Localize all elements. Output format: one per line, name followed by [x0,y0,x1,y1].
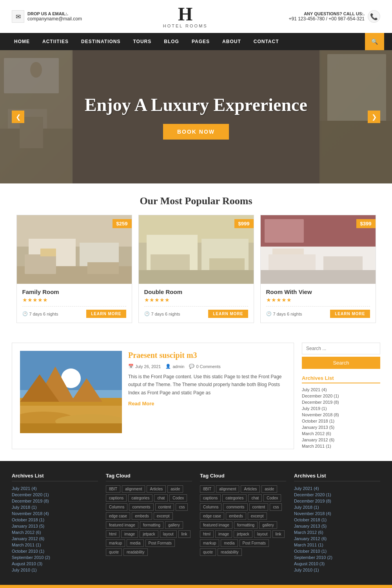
tag-item[interactable]: link [272,530,285,538]
book-now-button[interactable]: BOOK NOW [163,124,229,140]
room-learn-button-2[interactable]: LEARN MORE [208,310,248,318]
tag-item[interactable]: formatting [234,521,258,529]
tag-item[interactable]: image [215,530,232,538]
nav-blog[interactable]: BLOG [158,33,185,50]
tag-item[interactable]: 8BIT [200,485,214,493]
footer-archive-item[interactable]: July 2010 (1) [294,567,380,573]
tag-item[interactable]: quote [106,548,122,556]
nav-tours[interactable]: TOURS [127,33,158,50]
footer-archive-item[interactable]: December 2020 (1) [294,492,380,498]
tag-item[interactable]: gallery [165,521,183,529]
tag-item[interactable]: content [249,503,269,511]
tag-item[interactable]: css [270,503,282,511]
sidebar-archive-item[interactable]: December 2020 (1) [302,393,380,399]
tag-item[interactable]: excerpt [248,512,267,520]
tag-item[interactable]: categories [128,494,152,502]
footer-archive-item[interactable]: August 2010 (3) [294,561,380,567]
footer-archive-item[interactable]: September 2010 (2) [12,554,98,561]
sidebar-archive-item[interactable]: March 2012 (6) [302,430,380,437]
tag-item[interactable]: Codex [263,494,281,502]
footer-archive-item[interactable]: January 2012 (6) [12,535,98,542]
tag-item[interactable]: comments [223,503,247,511]
footer-archive-item[interactable]: March 2011 (1) [12,542,98,548]
tag-item[interactable]: featured image [106,521,138,529]
tag-item[interactable]: media [127,539,143,547]
nav-home[interactable]: HOME [8,33,36,50]
tag-item[interactable]: 8BIT [106,485,120,493]
tag-item[interactable]: css [176,503,188,511]
footer-archive-item[interactable]: November 2018 (4) [12,510,98,517]
tag-item[interactable]: html [200,530,214,538]
tag-item[interactable]: markup [106,539,125,547]
tag-item[interactable]: embeds [132,512,152,520]
tag-item[interactable]: image [121,530,138,538]
tag-item[interactable]: edge case [106,512,130,520]
sidebar-archive-item[interactable]: July 2021 (4) [302,387,380,393]
footer-archive-item[interactable]: July 2018 (1) [294,504,380,510]
tag-item[interactable]: Articles [147,485,166,493]
footer-archive-item[interactable]: October 2018 (1) [294,517,380,523]
footer-archive-item[interactable]: December 2019 (8) [294,498,380,504]
footer-archive-item[interactable]: January 2013 (5) [294,523,380,529]
tag-item[interactable]: jetpack [140,530,158,538]
sidebar-archive-item[interactable]: January 2013 (5) [302,424,380,430]
footer-archive-item[interactable]: September 2010 (2) [294,554,380,561]
tag-item[interactable]: chat [248,494,262,502]
footer-archive-item[interactable]: July 2010 (1) [12,567,98,573]
sidebar-archive-item[interactable]: January 2012 (6) [302,437,380,443]
search-input[interactable] [302,343,380,354]
tag-item[interactable]: aside [167,485,183,493]
tag-item[interactable]: layout [254,530,271,538]
tag-item[interactable]: media [221,539,238,547]
footer-archive-item[interactable]: December 2019 (8) [12,498,98,504]
tag-item[interactable]: Post Formats [145,539,175,547]
footer-archive-item[interactable]: March 2011 (1) [294,542,380,548]
tag-item[interactable]: comments [129,503,153,511]
tag-item[interactable]: quote [200,548,216,556]
tag-item[interactable]: Columns [106,503,127,511]
room-learn-button-3[interactable]: LEARN MORE [330,310,370,318]
tag-item[interactable]: readability [218,548,242,556]
room-learn-button-1[interactable]: LEARN MORE [86,310,126,318]
tag-item[interactable]: aside [261,485,277,493]
tag-item[interactable]: content [155,503,174,511]
nav-about[interactable]: ABOUT [216,33,247,50]
sidebar-archive-item[interactable]: July 2019 (1) [302,405,380,412]
hero-prev-button[interactable]: ❮ [12,111,24,123]
hero-next-button[interactable]: ❯ [368,111,380,123]
tag-item[interactable]: alignment [216,485,239,493]
tag-item[interactable]: markup [200,539,219,547]
footer-archive-item[interactable]: December 2020 (1) [12,492,98,498]
tag-item[interactable]: readability [123,548,148,556]
footer-archive-item[interactable]: October 2010 (1) [12,548,98,554]
sidebar-archive-item[interactable]: March 2011 (1) [302,443,380,449]
tag-item[interactable]: edge case [200,512,224,520]
footer-archive-item[interactable]: July 2021 (4) [12,485,98,492]
tag-item[interactable]: Codex [169,494,187,502]
tag-item[interactable]: link [178,530,191,538]
tag-item[interactable]: embeds [226,512,246,520]
nav-search-button[interactable]: 🔍 [365,33,384,50]
nav-pages[interactable]: PAGES [185,33,216,50]
footer-archive-item[interactable]: November 2018 (4) [294,510,380,517]
tag-item[interactable]: captions [200,494,221,502]
sidebar-archive-item[interactable]: October 2018 (1) [302,418,380,424]
nav-contact[interactable]: CONTACT [247,33,285,50]
footer-archive-item[interactable]: March 2012 (6) [294,529,380,535]
nav-activities[interactable]: ACTIITIES [36,33,75,50]
tag-item[interactable]: layout [160,530,177,538]
footer-archive-item[interactable]: October 2018 (1) [12,517,98,523]
footer-archive-item[interactable]: January 2013 (5) [12,523,98,529]
footer-archive-item[interactable]: July 2021 (4) [294,485,380,492]
footer-archive-item[interactable]: October 2010 (1) [294,548,380,554]
footer-archive-item[interactable]: January 2012 (6) [294,535,380,542]
tag-item[interactable]: Articles [241,485,260,493]
sidebar-archive-item[interactable]: November 2018 (8) [302,412,380,418]
tag-item[interactable]: categories [222,494,247,502]
search-button[interactable]: Search [302,357,380,369]
tag-item[interactable]: chat [154,494,168,502]
tag-item[interactable]: jetpack [234,530,252,538]
tag-item[interactable]: featured image [200,521,232,529]
tag-item[interactable]: formatting [140,521,163,529]
tag-item[interactable]: Columns [200,503,221,511]
